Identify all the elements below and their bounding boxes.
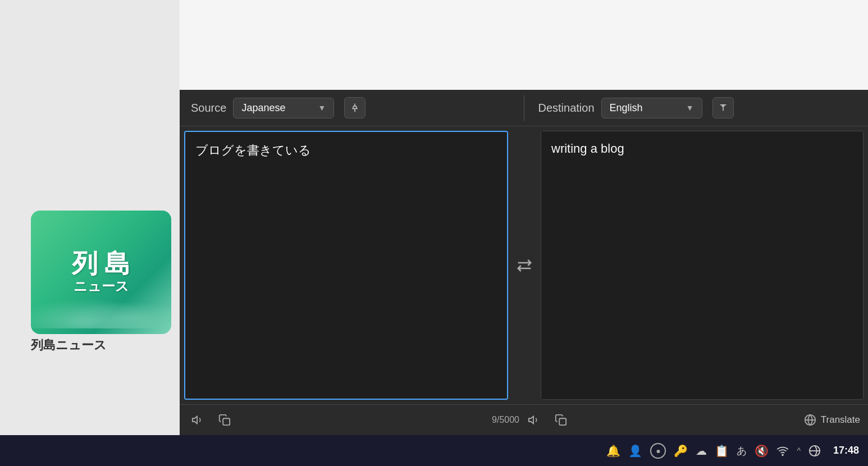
- destination-section: Destination English ▼: [538, 97, 857, 118]
- taskbar-time: 17:48: [833, 445, 859, 456]
- svg-marker-4: [529, 417, 533, 424]
- destination-label: Destination: [538, 102, 595, 115]
- swap-button-container: [510, 126, 538, 404]
- destination-language-select[interactable]: English ▼: [601, 98, 702, 118]
- svg-marker-2: [193, 417, 197, 424]
- taskbar-globe-icon[interactable]: [808, 445, 821, 457]
- source-speaker-button[interactable]: [188, 410, 208, 430]
- taskbar-bell-icon[interactable]: 🔔: [606, 444, 620, 458]
- swap-button[interactable]: [516, 257, 533, 274]
- translate-button-label: Translate: [821, 414, 860, 426]
- translator-body: ブログを書きている writing a blog: [180, 126, 868, 404]
- source-language-wrapper[interactable]: Japanese ▼: [233, 98, 334, 118]
- thumbnail-caption: 列島ニュース: [31, 337, 107, 354]
- translate-button[interactable]: Translate: [804, 414, 860, 426]
- destination-speaker-button[interactable]: [524, 410, 544, 430]
- destination-chevron-icon: ▼: [686, 103, 694, 112]
- right-background: [180, 0, 868, 90]
- destination-footer: Translate: [524, 410, 860, 430]
- pin-button[interactable]: [344, 97, 366, 118]
- thumbnail-title-line2: ニュース: [74, 277, 129, 295]
- source-footer: 9/5000: [188, 410, 524, 430]
- header-divider: [524, 95, 524, 121]
- translator-footer: 9/5000 Translat: [180, 404, 868, 435]
- taskbar-cloud-icon[interactable]: ☁: [696, 444, 707, 458]
- thumbnail-caption-text: 列島ニュース: [31, 338, 107, 352]
- destination-text-area: writing a blog: [541, 131, 864, 400]
- taskbar-expand-icon[interactable]: ^: [797, 446, 801, 455]
- svg-point-8: [782, 454, 783, 455]
- destination-language-wrapper[interactable]: English ▼: [601, 98, 702, 118]
- translator-panel: Source Japanese ▼ Destination English ▼: [180, 90, 868, 435]
- taskbar: 🔔 👤 ● 🔑 ☁ 📋 あ 🔇 ^ 17:48: [0, 435, 868, 466]
- destination-copy-button[interactable]: [551, 410, 571, 430]
- source-language-select[interactable]: Japanese ▼: [233, 98, 334, 118]
- taskbar-clipboard-icon[interactable]: 📋: [715, 444, 729, 458]
- destination-output: writing a blog: [541, 131, 863, 399]
- svg-rect-5: [559, 418, 566, 425]
- source-text-area[interactable]: ブログを書きている: [184, 131, 508, 400]
- taskbar-user-icon[interactable]: 👤: [628, 444, 642, 458]
- source-section: Source Japanese ▼: [191, 97, 510, 118]
- taskbar-key-icon[interactable]: 🔑: [674, 444, 688, 458]
- thumbnail-card: 列 島 ニュース: [31, 211, 171, 334]
- taskbar-record-icon[interactable]: ●: [650, 443, 666, 459]
- destination-language-value: English: [610, 102, 643, 114]
- source-clipboard-button[interactable]: [214, 410, 235, 430]
- taskbar-mute-icon[interactable]: 🔇: [755, 444, 769, 458]
- source-chevron-icon: ▼: [318, 103, 326, 112]
- destination-pin-button[interactable]: [712, 97, 734, 118]
- source-label: Source: [191, 102, 226, 115]
- translator-header: Source Japanese ▼ Destination English ▼: [180, 90, 868, 126]
- taskbar-wifi-icon[interactable]: [776, 445, 789, 457]
- source-input[interactable]: ブログを書きている: [185, 132, 507, 399]
- source-language-value: Japanese: [241, 102, 285, 114]
- char-count: 9/5000: [492, 415, 524, 425]
- taskbar-lang-icon[interactable]: あ: [737, 444, 747, 458]
- svg-rect-3: [223, 418, 230, 425]
- thumbnail-title-line1: 列 島: [72, 249, 131, 278]
